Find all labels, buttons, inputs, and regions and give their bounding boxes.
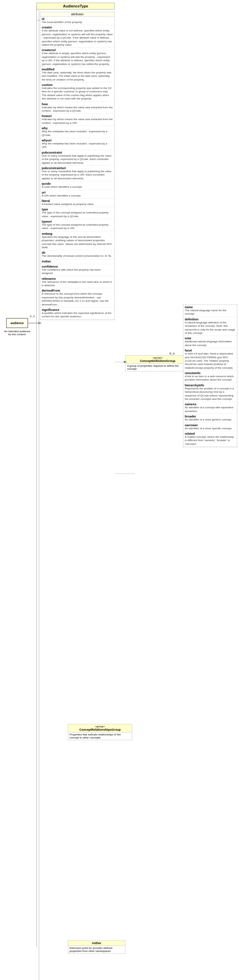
- field-custom: custom Indicates the corresponding prope…: [40, 83, 114, 102]
- field-howuri: howuri Indicates by which means the valu…: [40, 114, 114, 126]
- concept-definition-multiplicity: 0..n: [170, 352, 175, 355]
- concept-definition-group-title: ConceptDefinitionGroup: [127, 359, 189, 363]
- other-extension-desc: Extension point for provider-defined pro…: [68, 946, 125, 953]
- field-pubconstrainturi: pubconstrainturi One or many constraints…: [40, 166, 114, 181]
- cdf-name: name The natural language name for the c…: [183, 305, 237, 317]
- concept-definition-group-stereotype: «group» ConceptDefinitionGroup: [126, 356, 189, 364]
- main-title: AudienceType: [37, 3, 114, 9]
- other-extension-box: #other Extension point for provider-defi…: [68, 940, 125, 954]
- other-extension-name: #other: [69, 942, 124, 945]
- cdf-narrower: narrower An identifier of a more specifi…: [183, 423, 237, 431]
- concept-relationships-group-stereotype: «group» ConceptRelationshipsGroup: [68, 724, 132, 732]
- multiplicity-main: 0..n: [30, 315, 35, 318]
- field-significance: significance A qualifier which indicates…: [40, 307, 114, 320]
- concept-definition-fields-box: name The natural language name for the c…: [183, 304, 237, 447]
- field-other: #other: [40, 259, 114, 264]
- field-dir: dir The directionality of textual conten…: [40, 250, 114, 259]
- concept-definition-group-desc: A group of properties required to define…: [126, 364, 189, 371]
- field-type: type The type of the concept assigned as…: [40, 207, 114, 219]
- field-relevance: relevance The relevance of the metadata …: [40, 276, 114, 288]
- concept-definition-group-box: «group» ConceptDefinitionGroup A group o…: [125, 355, 190, 371]
- field-qcode: qcode A code which identifies a concept.: [40, 181, 114, 190]
- field-confidence: confidence The confidence with which the…: [40, 264, 114, 276]
- attributes-box: attributes id The local identifier of th…: [40, 12, 115, 320]
- field-how: how Indicates by which means the value w…: [40, 102, 114, 114]
- svg-marker-7: [124, 361, 127, 363]
- other-extension-title: #other: [68, 941, 125, 946]
- field-pubconstraint: pubconstraint One or many constraints th…: [40, 150, 114, 166]
- cdf-broader: broader An identifier of a more generic …: [183, 414, 237, 423]
- concept-relationships-group-title: ConceptRelationshipsGroup: [69, 728, 131, 731]
- audience-label: audience: [11, 321, 24, 325]
- field-creator: creator If the attribute value is not de…: [40, 25, 114, 48]
- field-literal: literal A freetext value assigned as pro…: [40, 199, 114, 207]
- field-typeuri: typeuri The type of the concept assigned…: [40, 219, 114, 231]
- field-uri: uri A URI which identifies a concept.: [40, 190, 114, 199]
- field-creatoruri: creatoruri If the attribute is empty, sp…: [40, 48, 114, 67]
- audience-box: audience: [6, 318, 28, 328]
- field-xmlang: xmlang Specifies the language of this an…: [40, 231, 114, 251]
- field-why: why Why the metadata has been included -…: [40, 126, 114, 138]
- cdf-definition: definition A natural language definition…: [183, 317, 237, 336]
- cdf-note: note Additional natural language informa…: [183, 336, 237, 348]
- cdf-remoteinfo: remoteInfo A link to an item in a web re…: [183, 371, 237, 383]
- concept-relationships-group-desc: Properties that indicate relationships o…: [68, 732, 132, 740]
- cdf-hierarchyinfo: hierarchyInfo Represents the position of…: [183, 383, 237, 402]
- cdf-related: related A related concept, where the rel…: [183, 431, 237, 447]
- cdf-sameas: sameAs An identifier of a concept with e…: [183, 402, 237, 414]
- cdf-facet: facet In hold 0.8 and later, facet is de…: [183, 348, 237, 371]
- audience-description: An intended audience for the content.: [3, 330, 31, 336]
- field-id: id The local identifier of the property.: [40, 17, 114, 25]
- field-modified: modified The date (and, optionally, the …: [40, 67, 114, 83]
- concept-relationships-group-box: «group» ConceptRelationshipsGroup Proper…: [68, 724, 132, 740]
- attributes-section-label: attributes: [40, 12, 114, 17]
- field-whyuri: whyuri Why the metadata has been include…: [40, 138, 114, 150]
- field-derivedfrom: derivedFrom A reference to the concept f…: [40, 288, 114, 307]
- audience-type-title-box: AudienceType: [37, 3, 115, 10]
